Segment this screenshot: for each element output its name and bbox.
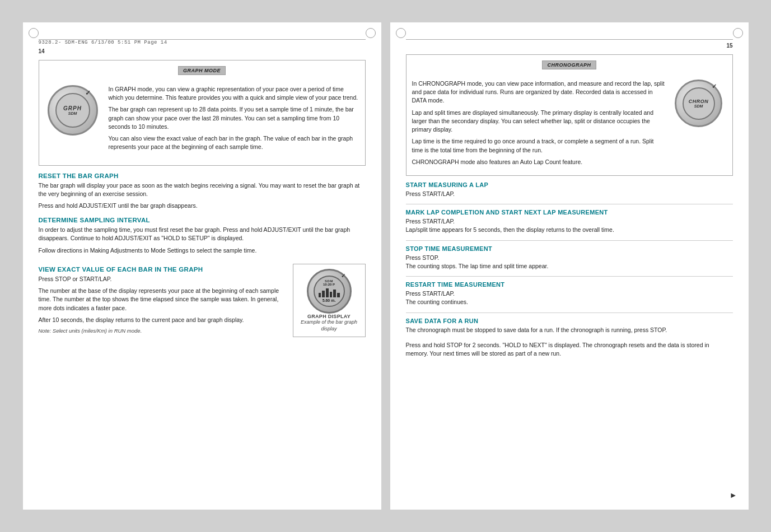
section-start-lap: START MEASURING A LAP Press START/LAP. [406, 181, 733, 198]
watch-graph-pace: 5.60 m. [323, 298, 336, 302]
graph-intro: ✓ GRPH SDM In GRAPH mode, you can view a… [45, 85, 359, 155]
header-line: 9328.2- SDM-ENG 6/13/00 5:51 PM Page 14 [39, 39, 366, 45]
bar-1 [319, 293, 321, 297]
reset-para-2: Press and hold ADJUST/EXIT until the bar… [39, 202, 366, 210]
bar-2 [322, 291, 325, 297]
sampling-para-1: In order to adjust the sampling time, yo… [39, 226, 366, 242]
section-heading-reset: RESET THE BAR GRAPH [39, 172, 366, 179]
section-heading-view: VIEW EXACT VALUE OF EACH BAR IN THE GRAP… [39, 266, 286, 273]
heading-stop-time: STOP TIME MEASUREMENT [406, 245, 733, 252]
section-stop-time: STOP TIME MEASUREMENT Press STOP. The co… [406, 245, 733, 270]
heading-save-data: SAVE DATA FOR A RUN [406, 318, 733, 324]
watch-image-left: ✓ GRPH SDM [45, 85, 101, 147]
watch-right-checkmark: ✓ [712, 83, 717, 90]
body-start-lap-1: Press START/LAP. [406, 190, 733, 198]
graph-display-box: ✓ SDM 10:20 P 5.60 m. [293, 264, 366, 337]
section-heading-sampling: DETERMINE SAMPLING INTERVAL [39, 217, 366, 223]
watch-graph-face: SDM 10:20 P 5.60 m. [314, 276, 345, 307]
section-restart-time: RESTART TIME MEASUREMENT Press START/LAP… [406, 281, 733, 306]
watch-chron-label: CHRON [689, 99, 709, 104]
watch-graph-checkmark: ✓ [341, 273, 345, 279]
corner-mark-tl [29, 28, 39, 38]
body-save-data-2: Press and hold STOP for 2 seconds. "HOLD… [406, 341, 733, 358]
watch-graph-image: ✓ SDM 10:20 P 5.60 m. [307, 269, 352, 314]
corner-mark-right-tl [396, 28, 406, 38]
divider-1 [406, 204, 733, 204]
view-para-3: After 10 seconds, the display returns to… [39, 316, 286, 324]
corner-mark-right-tr [733, 28, 743, 38]
section-mark-lap: MARK LAP COMPLETION AND START NEXT LAP M… [406, 209, 733, 234]
heading-mark-lap: MARK LAP COMPLETION AND START NEXT LAP M… [406, 209, 733, 216]
watch-face-grph: GRPH SDM [55, 93, 90, 128]
view-para-2: The number at the base of the display re… [39, 287, 286, 312]
heading-restart-time: RESTART TIME MEASUREMENT [406, 281, 733, 288]
chronograph-banner: CHRONOGRAPH [542, 60, 596, 69]
watch-right-sdm: SDM [694, 104, 703, 108]
note-text: Note: Select units (miles/Km) in RUN mod… [39, 328, 286, 334]
graph-display-caption-bold: GRAPH DISPLAY [298, 314, 361, 319]
next-page-arrow: ► [730, 491, 737, 500]
body-stop-time-2: The counting stops. The lap time and spl… [406, 262, 733, 270]
reset-para-1: The bar graph will display your pace as … [39, 181, 366, 198]
checkmark-icon: ✓ [85, 89, 91, 97]
right-page: 15 CHRONOGRAPH In CHRONOGRAPH mode, you … [390, 22, 749, 510]
bar-graph-visual [319, 286, 340, 297]
divider-3 [406, 276, 733, 277]
graph-mode-banner: GRAPH MODE [178, 66, 226, 75]
sampling-para-2: Follow directions in Making Adjustments … [39, 246, 366, 255]
corner-mark-tr [366, 28, 376, 38]
graph-display-caption-italic: Example of the bar graph display [298, 319, 361, 332]
body-mark-lap-2: Lap/split time appears for 5 seconds, th… [406, 226, 733, 234]
bar-4 [330, 292, 333, 297]
top-line-right [406, 39, 733, 40]
page-number-right: 15 [406, 43, 733, 49]
section-save-data: SAVE DATA FOR A RUN The chronograph must… [406, 318, 733, 358]
divider-2 [406, 240, 733, 241]
view-para-1: Press STOP or START/LAP. [39, 275, 286, 283]
body-mark-lap-1: Press START/LAP. [406, 217, 733, 226]
chron-intro-2: Lap and split times are displayed simult… [412, 109, 665, 134]
page-number-left: 14 [39, 48, 366, 54]
page-spread: 9328.2- SDM-ENG 6/13/00 5:51 PM Page 14 … [0, 0, 771, 532]
body-restart-time-1: Press START/LAP. [406, 290, 733, 298]
graph-mode-box: GRAPH MODE ✓ GRPH SDM In GRAPH mode, you… [39, 60, 366, 166]
watch-face-chron: CHRON SDM [683, 87, 715, 120]
left-page: 9328.2- SDM-ENG 6/13/00 5:51 PM Page 14 … [23, 22, 381, 510]
bar-5 [333, 290, 336, 297]
chron-intro-4: CHRONOGRAPH mode also features an Auto L… [412, 158, 665, 166]
divider-4 [406, 312, 733, 313]
body-restart-time-2: The counting continues. [406, 298, 733, 306]
chron-intro-1: In CHRONOGRAPH mode, you can view pace i… [412, 80, 665, 105]
watch-face-label: GRPH [63, 105, 82, 111]
heading-start-lap: START MEASURING A LAP [406, 181, 733, 188]
chronograph-box: CHRONOGRAPH In CHRONOGRAPH mode, you can… [406, 54, 733, 176]
chron-intro-3: Lap time is the time required to go once… [412, 137, 665, 154]
body-stop-time-1: Press STOP. [406, 254, 733, 262]
bar-3 [326, 288, 329, 297]
body-save-data-1: The chronograph must be stopped to save … [406, 326, 733, 334]
bar-6 [337, 293, 340, 297]
watch-sdm-label: SDM [68, 111, 77, 115]
